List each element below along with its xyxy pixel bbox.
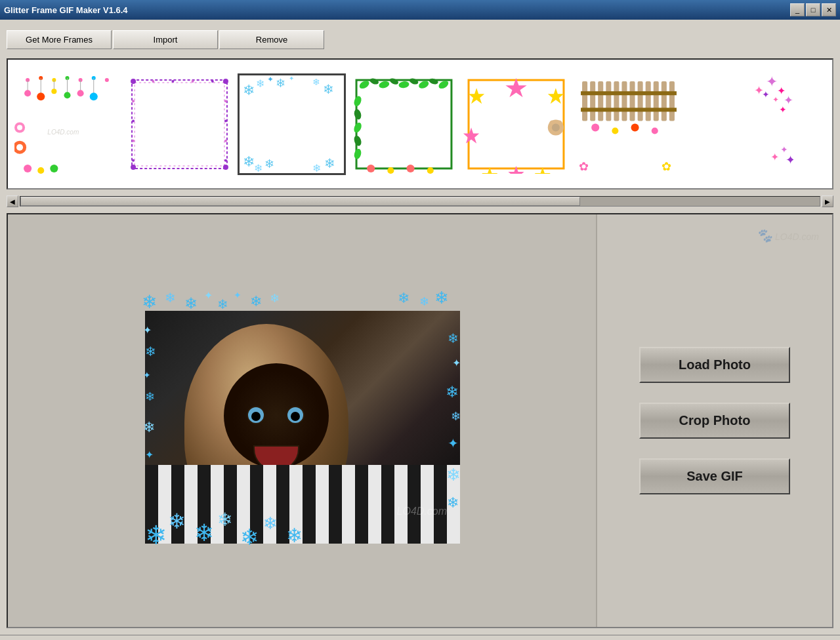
window-controls: _ □ ✕ xyxy=(790,3,836,16)
svg-text:❄: ❄ xyxy=(254,163,262,173)
svg-point-43 xyxy=(224,100,227,102)
frame-3[interactable]: ❄ ❄ ✦ ❄ ✦ ❄ ❄ ❄ ❄ ❄ ❄ ❄ xyxy=(238,73,346,175)
svg-point-19 xyxy=(90,92,98,100)
frame-selection-area: LO4D.com xyxy=(7,58,833,190)
svg-point-45 xyxy=(224,139,227,142)
svg-text:✦: ✦ xyxy=(267,75,274,84)
svg-point-38 xyxy=(211,80,214,83)
horizontal-scrollbar: ◀ ▶ xyxy=(7,195,833,208)
svg-rect-98 xyxy=(614,81,619,121)
svg-rect-100 xyxy=(630,81,635,121)
svg-point-36 xyxy=(171,80,174,83)
maximize-button[interactable]: □ xyxy=(806,3,820,16)
svg-text:✦: ✦ xyxy=(770,150,779,162)
svg-text:✿: ✿ xyxy=(579,159,589,172)
frame-1[interactable]: LO4D.com xyxy=(13,73,121,175)
svg-point-32 xyxy=(223,79,228,84)
controls-watermark: 🐾 LO4D.com xyxy=(756,228,819,243)
svg-text:✦: ✦ xyxy=(786,153,793,166)
app-title: Glitter Frame GIF Maker V1.6.4 xyxy=(4,5,128,15)
svg-text:❄: ❄ xyxy=(243,81,255,98)
scroll-track[interactable] xyxy=(20,196,820,207)
svg-rect-103 xyxy=(654,81,659,121)
load-photo-button[interactable]: Load Photo xyxy=(639,347,790,383)
svg-text:✦: ✦ xyxy=(289,75,294,82)
frame-7[interactable]: ✦ ✦ ✦ ✦ ✦ ✦ ✦ ✦ ✦ ✦ xyxy=(686,73,795,175)
svg-text:❄: ❄ xyxy=(312,163,321,173)
svg-point-18 xyxy=(77,90,84,96)
svg-point-34 xyxy=(223,164,228,169)
svg-text:❄: ❄ xyxy=(264,157,274,170)
svg-text:❄: ❄ xyxy=(256,77,264,89)
svg-text:✦: ✦ xyxy=(779,104,787,115)
svg-point-76 xyxy=(367,164,375,172)
svg-point-37 xyxy=(192,80,194,83)
svg-text:LO4D.com: LO4D.com xyxy=(47,128,79,135)
svg-point-35 xyxy=(152,80,154,83)
svg-point-33 xyxy=(131,164,136,169)
scroll-left-button[interactable]: ◀ xyxy=(7,195,18,207)
svg-point-78 xyxy=(407,164,415,172)
title-bar: Glitter Frame GIF Maker V1.6.4 _ □ ✕ xyxy=(0,0,840,20)
svg-rect-104 xyxy=(662,81,667,121)
svg-rect-97 xyxy=(606,81,611,121)
svg-point-23 xyxy=(16,144,23,150)
scroll-thumb[interactable] xyxy=(20,197,580,206)
svg-rect-60 xyxy=(351,75,457,174)
toolbar: Get More Frames Import Remove xyxy=(7,26,833,53)
preview-area: LO4D.com ❄ ❄ ❄ ✦ ❄ ✦ ❄ ❄ ❄ ❄ ❄ ❄ ❄ ❄ xyxy=(8,214,596,627)
cat-photo: LO4D.com xyxy=(145,311,460,544)
svg-text:❄: ❄ xyxy=(324,156,335,170)
svg-rect-105 xyxy=(669,81,675,121)
svg-point-26 xyxy=(50,164,58,172)
footer: Copyright © 2014 www.foxarc.com 🐾 LO4D.c… xyxy=(0,635,840,640)
svg-point-31 xyxy=(131,79,136,84)
svg-rect-106 xyxy=(581,91,677,95)
save-gif-button[interactable]: Save GIF xyxy=(639,458,790,494)
svg-rect-96 xyxy=(598,81,603,121)
svg-point-21 xyxy=(17,125,22,130)
svg-rect-101 xyxy=(638,81,643,121)
svg-point-79 xyxy=(427,167,434,173)
svg-point-46 xyxy=(224,159,227,161)
svg-point-16 xyxy=(51,89,56,94)
svg-point-41 xyxy=(132,139,135,142)
svg-point-25 xyxy=(37,167,44,173)
svg-point-42 xyxy=(132,159,135,161)
frame-2[interactable] xyxy=(125,73,234,175)
svg-point-39 xyxy=(132,100,135,102)
minimize-button[interactable]: _ xyxy=(790,3,805,16)
crop-photo-button[interactable]: Crop Photo xyxy=(639,403,790,439)
svg-point-7 xyxy=(105,78,109,82)
svg-point-111 xyxy=(652,127,658,134)
svg-point-24 xyxy=(24,164,32,172)
svg-rect-99 xyxy=(621,81,627,121)
svg-point-110 xyxy=(631,123,639,131)
svg-point-108 xyxy=(591,123,599,131)
svg-rect-28 xyxy=(130,78,229,170)
svg-text:✿: ✿ xyxy=(662,159,671,172)
svg-text:✦: ✦ xyxy=(772,95,779,104)
svg-text:❄: ❄ xyxy=(276,76,285,89)
svg-text:✦: ✦ xyxy=(762,89,770,100)
frames-container: LO4D.com xyxy=(13,65,827,183)
frame-4[interactable] xyxy=(350,73,458,175)
svg-rect-102 xyxy=(646,81,651,121)
close-button[interactable]: ✕ xyxy=(822,3,836,16)
svg-text:❄: ❄ xyxy=(323,81,334,96)
scroll-right-button[interactable]: ▶ xyxy=(822,195,833,207)
controls-panel: 🐾 LO4D.com Load Photo Crop Photo Save GI… xyxy=(596,214,832,627)
svg-point-77 xyxy=(387,167,394,173)
svg-text:✦: ✦ xyxy=(766,75,778,90)
svg-text:❄: ❄ xyxy=(312,76,320,87)
svg-point-92 xyxy=(552,123,560,131)
svg-point-40 xyxy=(132,119,135,122)
remove-button[interactable]: Remove xyxy=(219,30,324,49)
get-more-frames-button[interactable]: Get More Frames xyxy=(7,30,112,49)
frame-5[interactable] xyxy=(462,73,570,175)
frame-6[interactable]: ✿ ✿ xyxy=(574,73,682,175)
photo-watermark: LO4D.com xyxy=(397,506,447,517)
svg-point-17 xyxy=(64,92,70,98)
svg-point-15 xyxy=(37,92,45,100)
import-button[interactable]: Import xyxy=(113,30,218,49)
